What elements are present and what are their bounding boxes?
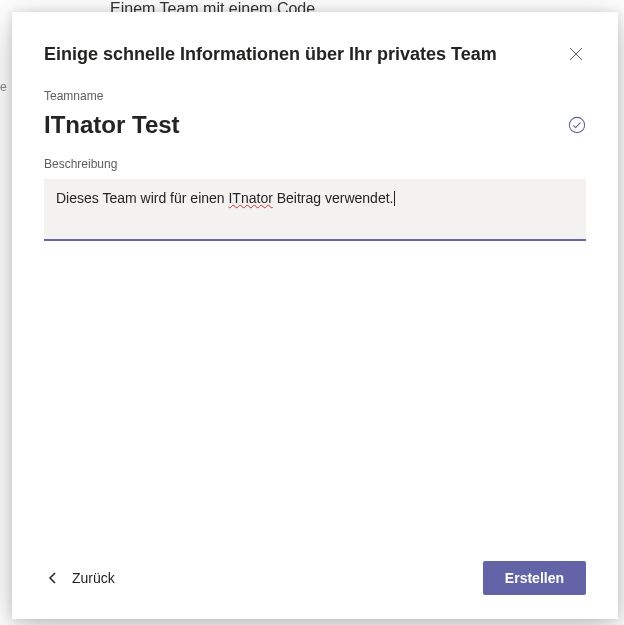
description-text-post: Beitrag verwendet. [273,190,394,206]
description-text-pre: Dieses Team wird für einen [56,190,228,206]
description-label: Beschreibung [44,157,586,171]
backdrop-fragment: e [0,80,8,94]
teamname-label: Teamname [44,89,586,103]
teamname-row[interactable]: ITnator Test [44,111,586,139]
modal-footer: Zurück Erstellen [44,561,586,595]
teamname-value: ITnator Test [44,111,180,139]
modal-header: Einige schnelle Informationen über Ihr p… [44,44,586,65]
back-button[interactable]: Zurück [44,564,119,592]
chevron-left-icon [48,571,58,585]
modal-title: Einige schnelle Informationen über Ihr p… [44,44,497,65]
close-button[interactable] [566,44,586,64]
text-cursor [394,191,395,206]
create-button[interactable]: Erstellen [483,561,586,595]
back-button-label: Zurück [72,570,115,586]
svg-point-2 [569,117,584,132]
teamname-field: Teamname ITnator Test [44,89,586,139]
create-team-modal: Einige schnelle Informationen über Ihr p… [12,12,618,619]
close-icon [569,47,583,61]
spacer [44,259,586,541]
description-input[interactable]: Dieses Team wird für einen ITnator Beitr… [44,179,586,241]
description-field: Beschreibung Dieses Team wird für einen … [44,157,586,241]
description-text-spellcheck: ITnator [228,190,272,206]
checkmark-circle-icon [568,116,586,134]
